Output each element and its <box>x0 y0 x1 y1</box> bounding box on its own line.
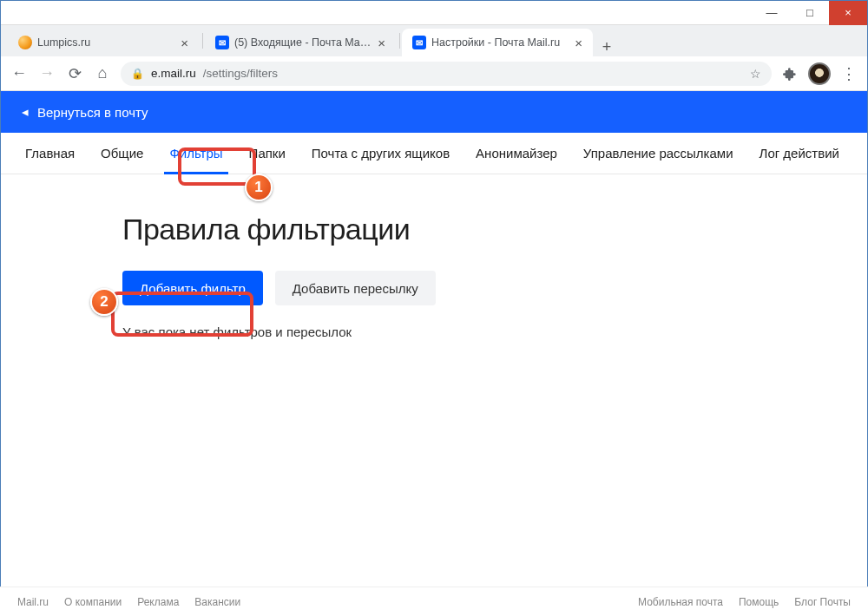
footer-link[interactable]: Помощь <box>739 596 779 608</box>
favicon-icon: ✉ <box>412 36 426 49</box>
url-path: /settings/filters <box>203 67 278 80</box>
close-icon[interactable]: × <box>378 36 385 50</box>
footer-link[interactable]: Блог Почты <box>794 596 851 608</box>
bookmark-star-icon[interactable]: ☆ <box>750 67 761 81</box>
extensions-button[interactable] <box>780 64 799 83</box>
url-host: e.mail.ru <box>151 67 196 80</box>
mail-header-bar: ◂ Вернуться в почту <box>1 91 867 133</box>
page-title: Правила фильтрации <box>122 213 867 246</box>
tab-title: (5) Входящие - Почта Mail.ru <box>234 36 372 49</box>
footer-link[interactable]: Mail.ru <box>17 596 49 608</box>
tab-other-mailboxes[interactable]: Почта с других ящиков <box>299 133 462 174</box>
browser-menu-button[interactable]: ⋮ <box>839 64 858 83</box>
address-bar[interactable]: 🔒 e.mail.ru/settings/filters ☆ <box>121 62 772 86</box>
back-button[interactable]: ← <box>10 64 29 83</box>
window-maximize-button[interactable]: □ <box>791 1 829 25</box>
footer-link[interactable]: Реклама <box>137 596 179 608</box>
footer-link[interactable]: Вакансии <box>194 596 240 608</box>
favicon-icon <box>18 36 32 49</box>
tab-folders[interactable]: Папки <box>237 133 298 174</box>
tab-anonymizer[interactable]: Анонимайзер <box>464 133 569 174</box>
home-button[interactable]: ⌂ <box>93 64 112 83</box>
tab-main[interactable]: Главная <box>13 133 87 174</box>
new-tab-button[interactable]: + <box>595 38 619 56</box>
tab-title: Lumpics.ru <box>37 36 175 49</box>
page-content: ◂ Вернуться в почту Главная Общие Фильтр… <box>1 91 867 587</box>
reload-button[interactable]: ⟳ <box>65 64 84 83</box>
add-filter-button[interactable]: Добавить фильтр <box>122 271 263 305</box>
tab-action-log[interactable]: Лог действий <box>747 133 852 174</box>
tab-general[interactable]: Общие <box>89 133 155 174</box>
close-icon[interactable]: × <box>181 36 188 50</box>
filters-page: Правила фильтрации Добавить фильтр Добав… <box>1 174 867 339</box>
window-minimize-button[interactable]: — <box>753 1 791 25</box>
browser-tab[interactable]: Lumpics.ru × <box>8 29 199 56</box>
favicon-icon: ✉ <box>215 36 229 49</box>
window-titlebar: — □ × <box>1 1 867 25</box>
footer-link[interactable]: Мобильная почта <box>638 596 723 608</box>
forward-button: → <box>37 64 56 83</box>
tab-separator <box>202 33 203 49</box>
action-buttons: Добавить фильтр Добавить пересылку <box>122 271 867 305</box>
tab-filters[interactable]: Фильтры <box>157 133 234 174</box>
footer-link[interactable]: О компании <box>64 596 122 608</box>
tab-separator <box>399 33 400 49</box>
settings-tab-bar: Главная Общие Фильтры Папки Почта с друг… <box>1 133 867 174</box>
chevron-left-icon: ◂ <box>22 104 29 120</box>
browser-tab-active[interactable]: ✉ Настройки - Почта Mail.ru × <box>402 29 593 56</box>
return-to-mail-link[interactable]: Вернуться в почту <box>37 105 148 120</box>
browser-toolbar: ← → ⟳ ⌂ 🔒 e.mail.ru/settings/filters ☆ ⋮ <box>1 56 867 91</box>
page-footer: Mail.ru О компании Реклама Вакансии Моби… <box>0 587 868 616</box>
add-forwarding-button[interactable]: Добавить пересылку <box>275 271 436 305</box>
tab-subscriptions[interactable]: Управление рассылками <box>571 133 746 174</box>
puzzle-icon <box>783 67 797 81</box>
tab-title: Настройки - Почта Mail.ru <box>431 36 569 49</box>
browser-tab[interactable]: ✉ (5) Входящие - Почта Mail.ru × <box>205 29 396 56</box>
lock-icon: 🔒 <box>131 68 144 80</box>
annotation-callout-1: 1 <box>245 174 273 201</box>
profile-avatar[interactable] <box>808 62 831 85</box>
annotation-callout-2: 2 <box>90 288 118 316</box>
close-icon[interactable]: × <box>575 36 582 50</box>
window-close-button[interactable]: × <box>829 1 867 25</box>
browser-tab-strip: Lumpics.ru × ✉ (5) Входящие - Почта Mail… <box>1 25 867 56</box>
empty-state-text: У вас пока нет фильтров и пересылок <box>122 324 867 339</box>
